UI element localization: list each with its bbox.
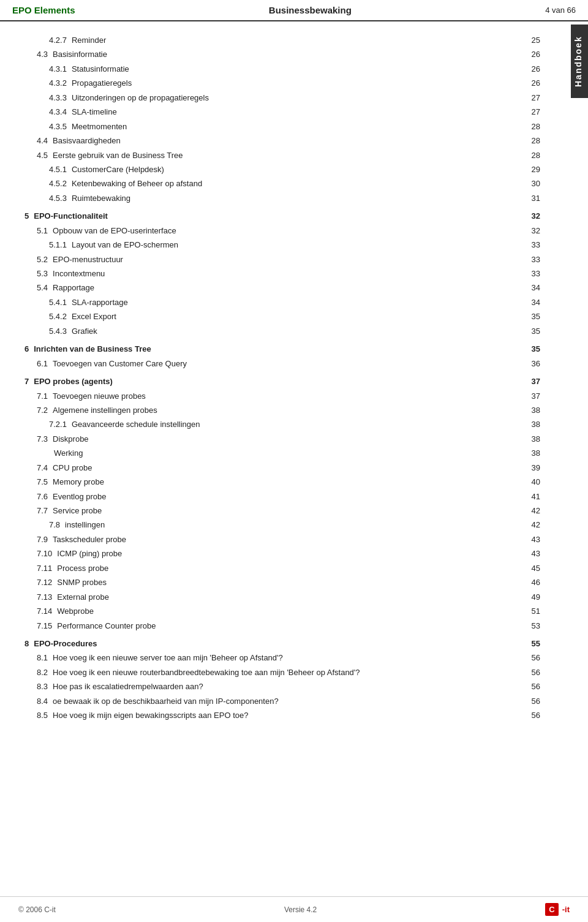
toc-row: 5EPO-Functionaliteit32 — [24, 210, 557, 222]
toc-page: 32 — [527, 210, 557, 222]
toc-page: 53 — [527, 619, 557, 632]
toc-page: 56 — [527, 695, 557, 708]
toc-page: 56 — [527, 651, 557, 664]
toc-row: 4.5.1CustomerCare (Helpdesk)29 — [24, 163, 557, 176]
toc-label: Hoe voeg ik een nieuwe server toe aan mi… — [53, 651, 283, 664]
toc-row: 7.11Process probe45 — [24, 562, 557, 575]
toc-row: 7.2.1Geavanceerde schedule instellingen3… — [24, 418, 557, 431]
toc-page: 26 — [527, 62, 557, 75]
toc-row: 5.3Incontextmenu33 — [24, 267, 557, 280]
toc-row: 4.3.4SLA-timeline27 — [24, 105, 557, 118]
toc-label: Ketenbewaking of Beheer op afstand — [72, 177, 202, 190]
toc-page: 41 — [527, 490, 557, 503]
toc-number: 4.3 — [37, 48, 48, 61]
toc-number: 5.4.2 — [49, 310, 67, 323]
toc-number: 6 — [24, 342, 29, 355]
toc-label: Meetmomenten — [72, 120, 127, 133]
toc-page: 42 — [527, 504, 557, 517]
toc-label: EPO-Procedures — [34, 637, 97, 650]
toc-row: 5.4.1SLA-rapportage34 — [24, 296, 557, 309]
toc-row: 8.4oe bewaak ik op de beschikbaarheid va… — [24, 695, 557, 708]
toc-number: 7.1 — [37, 390, 48, 402]
toc-page: 42 — [527, 518, 557, 531]
toc-label: Opbouw van de EPO-userinterface — [53, 224, 176, 237]
toc-label: Reminder — [72, 34, 106, 47]
toc-label: Hoe voeg ik een nieuwe routerbandbreedte… — [53, 666, 360, 679]
toc-page: 35 — [527, 310, 557, 323]
toc-label: Diskprobe — [53, 433, 89, 445]
toc-label: Hoe pas ik escalatiedrempelwaarden aan? — [53, 680, 203, 693]
toc-row: 4.2.7Reminder25 — [24, 34, 557, 47]
toc-row: 7.7Service probe42 — [24, 504, 557, 517]
toc-label: Geavanceerde schedule instellingen — [72, 418, 200, 431]
toc-page: 46 — [527, 576, 557, 589]
toc-row: 6Inrichten van de Business Tree35 — [24, 342, 557, 355]
toc-number: 7.2 — [37, 404, 48, 417]
toc-number: 4.3.5 — [49, 120, 67, 133]
toc-page: 38 — [527, 447, 557, 459]
footer-version: Versie 4.2 — [284, 905, 317, 914]
toc-row: 5.4.2Excel Export35 — [24, 310, 557, 323]
toc-label: External probe — [57, 591, 109, 603]
toc-page: 26 — [527, 48, 557, 61]
toc-number: 8.2 — [37, 666, 48, 679]
toc-row: 4.3.1Statusinformatie26 — [24, 62, 557, 75]
toc-page: 28 — [527, 120, 557, 133]
toc-number: 7.4 — [37, 461, 48, 474]
toc-number: 7.12 — [37, 576, 52, 589]
toc-row: 4.5.3Ruimtebewaking31 — [24, 192, 557, 205]
toc-number: 5.4 — [37, 281, 48, 294]
toc-number: 7.10 — [37, 547, 52, 560]
toc-row: 5.1Opbouw van de EPO-userinterface32 — [24, 224, 557, 237]
toc-page: 43 — [527, 547, 557, 560]
toc-page: 27 — [527, 91, 557, 104]
toc-page: 33 — [527, 267, 557, 280]
page-footer: © 2006 C-it Versie 4.2 C -it — [0, 896, 588, 922]
toc-row: 7.15Performance Counter probe53 — [24, 619, 557, 632]
toc-page: 35 — [527, 325, 557, 338]
toc-number: 5.4.1 — [49, 296, 67, 309]
toc-row: 7.8instellingen42 — [24, 518, 557, 531]
toc-label: Performance Counter probe — [57, 619, 156, 632]
toc-row: 7.13External probe49 — [24, 591, 557, 603]
toc-label: Basisvaardigheden — [53, 134, 121, 147]
toc-page: 30 — [527, 177, 557, 190]
toc-row: 5.4.3Grafiek35 — [24, 325, 557, 338]
toc-label: Grafiek — [72, 325, 97, 338]
toc-label: Eerste gebruik van de Business Tree — [53, 149, 183, 162]
toc-row: 4.3.5Meetmomenten28 — [24, 120, 557, 133]
toc-label: Webprobe — [57, 605, 94, 618]
toc-label: Algemene instellingen probes — [53, 404, 157, 417]
toc-label: Statusinformatie — [72, 62, 129, 75]
toc-number: 5.1.1 — [49, 238, 67, 251]
toc-page: 56 — [527, 680, 557, 693]
toc-label: CustomerCare (Helpdesk) — [72, 163, 164, 176]
logo-text: -it — [562, 905, 570, 914]
toc-row: 4.4Basisvaardigheden28 — [24, 134, 557, 147]
page-header: EPO Elements Businessbewaking 4 van 66 — [0, 0, 588, 21]
toc-row: 7.3Diskprobe38 — [24, 433, 557, 445]
footer-logo: C -it — [545, 903, 570, 916]
toc-page: 43 — [527, 533, 557, 546]
toc-label: Propagatieregels — [72, 77, 132, 89]
toc-number: 8.1 — [37, 651, 48, 664]
header-center: Businessbewaking — [269, 5, 352, 15]
toc-page: 55 — [527, 637, 557, 650]
toc-number: 7.5 — [37, 475, 48, 488]
toc-number: 4.3.1 — [49, 62, 67, 75]
toc-row: 7EPO probes (agents)37 — [24, 375, 557, 388]
toc-label: Hoe voeg ik mijn eigen bewakingsscripts … — [53, 709, 248, 722]
toc-label: SNMP probes — [57, 576, 107, 589]
toc-number: 4.3.4 — [49, 105, 67, 118]
toc-page: 37 — [527, 375, 557, 388]
toc-page: 29 — [527, 163, 557, 176]
toc-number: 5.2 — [37, 253, 48, 266]
toc-page: 34 — [527, 281, 557, 294]
toc-row: 4.3.2Propagatieregels26 — [24, 77, 557, 89]
toc-label: Toevoegen nieuwe probes — [53, 390, 146, 402]
toc-page: 25 — [527, 34, 557, 47]
toc-row: 7.10ICMP (ping) probe43 — [24, 547, 557, 560]
toc-label: Memory probe — [53, 475, 104, 488]
toc-label: EPO-menustructuur — [53, 253, 123, 266]
toc-number: 5 — [24, 210, 29, 222]
